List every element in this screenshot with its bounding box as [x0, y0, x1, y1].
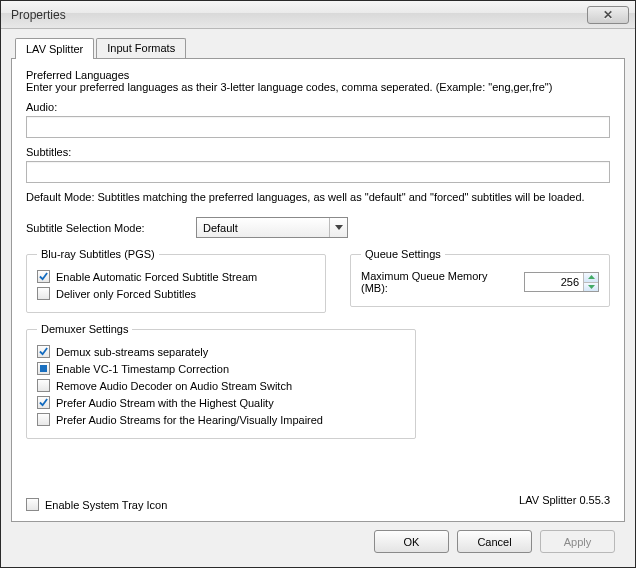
- tab-panel: Preferred Languages Enter your preferred…: [11, 58, 625, 522]
- checkbox-label: Enable Automatic Forced Subtitle Stream: [56, 271, 257, 283]
- queue-max-input[interactable]: [525, 273, 583, 291]
- spinner-up[interactable]: [584, 273, 598, 283]
- checkbox-label: Enable System Tray Icon: [45, 499, 167, 511]
- default-mode-text: Default Mode: Subtitles matching the pre…: [26, 191, 610, 203]
- apply-button[interactable]: Apply: [540, 530, 615, 553]
- tab-label: LAV Splitter: [26, 43, 83, 55]
- dialog-button-row: OK Cancel Apply: [11, 522, 625, 559]
- demuxer-group: Demuxer Settings Demux sub-streams separ…: [26, 323, 416, 439]
- audio-input[interactable]: [26, 116, 610, 138]
- properties-window: Properties ✕ LAV Splitter Input Formats …: [0, 0, 636, 568]
- version-label: LAV Splitter 0.55.3: [519, 494, 610, 506]
- queue-max-label: Maximum Queue Memory (MB):: [361, 270, 514, 294]
- cancel-button[interactable]: Cancel: [457, 530, 532, 553]
- audio-label: Audio:: [26, 101, 610, 113]
- checkbox-demux-substreams[interactable]: [37, 345, 50, 358]
- subtitle-mode-combo[interactable]: Default: [196, 217, 348, 238]
- checkbox-auto-forced[interactable]: [37, 270, 50, 283]
- spinner-down[interactable]: [584, 283, 598, 292]
- checkbox-label: Enable VC-1 Timestamp Correction: [56, 363, 229, 375]
- tab-input-formats[interactable]: Input Formats: [96, 38, 186, 58]
- window-title: Properties: [11, 8, 587, 22]
- demuxer-legend: Demuxer Settings: [37, 323, 132, 335]
- tab-row: LAV Splitter Input Formats: [11, 37, 625, 58]
- tab-lav-splitter[interactable]: LAV Splitter: [15, 38, 94, 59]
- tab-label: Input Formats: [107, 42, 175, 54]
- checkbox-label: Prefer Audio Streams for the Hearing/Vis…: [56, 414, 323, 426]
- subtitle-mode-row: Subtitle Selection Mode: Default: [26, 217, 610, 238]
- subtitles-input[interactable]: [26, 161, 610, 183]
- pgs-group: Blu-ray Subtitles (PGS) Enable Automatic…: [26, 248, 326, 313]
- pref-lang-hint: Enter your preferred languages as their …: [26, 81, 610, 93]
- checkbox-prefer-hi[interactable]: [37, 413, 50, 426]
- svg-marker-2: [588, 285, 595, 289]
- checkbox-label: Deliver only Forced Subtitles: [56, 288, 196, 300]
- chevron-down-icon: [329, 218, 347, 237]
- queue-legend: Queue Settings: [361, 248, 445, 260]
- checkbox-remove-decoder[interactable]: [37, 379, 50, 392]
- combo-value: Default: [203, 222, 238, 234]
- pref-lang-heading: Preferred Languages: [26, 69, 610, 81]
- subtitles-label: Subtitles:: [26, 146, 610, 158]
- svg-marker-1: [588, 275, 595, 279]
- svg-marker-0: [335, 225, 343, 230]
- pgs-legend: Blu-ray Subtitles (PGS): [37, 248, 159, 260]
- titlebar[interactable]: Properties ✕: [1, 1, 635, 29]
- dialog-body: LAV Splitter Input Formats Preferred Lan…: [1, 29, 635, 567]
- checkbox-tray-icon[interactable]: [26, 498, 39, 511]
- checkbox-label: Remove Audio Decoder on Audio Stream Swi…: [56, 380, 292, 392]
- close-button[interactable]: ✕: [587, 6, 629, 24]
- queue-max-spinner[interactable]: [524, 272, 599, 292]
- checkbox-label: Demux sub-streams separately: [56, 346, 208, 358]
- queue-group: Queue Settings Maximum Queue Memory (MB)…: [350, 248, 610, 307]
- close-icon: ✕: [603, 8, 613, 22]
- checkbox-vc1[interactable]: [37, 362, 50, 375]
- checkbox-only-forced[interactable]: [37, 287, 50, 300]
- checkbox-label: Prefer Audio Stream with the Highest Qua…: [56, 397, 274, 409]
- subtitle-mode-label: Subtitle Selection Mode:: [26, 222, 186, 234]
- ok-button[interactable]: OK: [374, 530, 449, 553]
- checkbox-prefer-hq[interactable]: [37, 396, 50, 409]
